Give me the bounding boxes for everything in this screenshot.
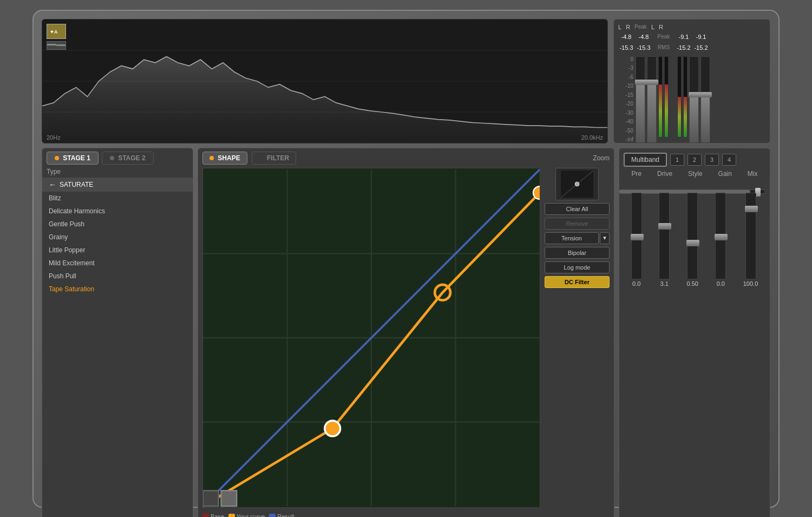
- param-drive-label: Drive: [657, 170, 672, 178]
- param-style-label: Style: [688, 170, 703, 178]
- input-r-label2: R: [659, 24, 663, 30]
- drive-fader: 3.1: [659, 193, 670, 287]
- filter-tab-label: FILTER: [267, 154, 289, 162]
- input-peak-label: Peak: [634, 24, 647, 30]
- type-item-push[interactable]: Push Pull: [42, 270, 193, 283]
- legend-row: Base Your curve Result: [198, 511, 614, 518]
- output-fader-right[interactable]: [700, 56, 710, 143]
- band1-btn[interactable]: 1: [670, 154, 684, 166]
- svg-text:✦A: ✦A: [50, 29, 58, 35]
- mix-value: 100.0: [743, 280, 758, 287]
- drive-value: 3.1: [660, 280, 668, 287]
- stage2-power: [110, 156, 114, 160]
- in-r-rms: -15.3: [636, 44, 652, 51]
- mix-fader-handle[interactable]: [745, 206, 758, 212]
- type-item-gentle[interactable]: Gentle Push: [42, 218, 193, 231]
- type-item-mild[interactable]: Mild Excitement: [42, 257, 193, 270]
- stage-tabs: STAGE 1 STAGE 2: [42, 148, 193, 168]
- band4-btn[interactable]: 4: [722, 154, 736, 166]
- input-level-left: [658, 56, 663, 138]
- filter-tab-power: [259, 156, 263, 160]
- filter-tab[interactable]: FILTER: [252, 152, 296, 165]
- out-l-rms: -15.2: [676, 44, 692, 51]
- input-r-label: R: [626, 24, 630, 30]
- bipolar-btn[interactable]: Bipolar: [545, 247, 610, 259]
- band2-btn[interactable]: 2: [687, 154, 702, 166]
- stage1-tab[interactable]: STAGE 1: [47, 152, 99, 165]
- shape-controls: Clear All Remove Tension ▼ Bipolar Log m…: [545, 168, 610, 508]
- legend-your-curve-color: [228, 514, 235, 518]
- izotope-logo-small: ✦A: [47, 24, 66, 39]
- output-fader-left[interactable]: [689, 56, 699, 143]
- svg-rect-18: [221, 490, 237, 506]
- svg-rect-17: [203, 490, 219, 506]
- legend-result: Result: [269, 513, 294, 518]
- shape-area: Clear All Remove Tension ▼ Bipolar Log m…: [198, 168, 614, 511]
- input-l-label: L: [618, 24, 621, 30]
- param-gain-label: Gain: [718, 170, 732, 178]
- tension-row: Tension ▼: [545, 232, 610, 244]
- legend-result-color: [269, 514, 276, 518]
- style-fader-handle[interactable]: [686, 240, 699, 246]
- meters-panel: L R Peak L R -4.8 -4.8 Peak -9.1 -9.1 -1…: [613, 19, 770, 143]
- param-mix-label: Mix: [748, 170, 758, 178]
- waveform-view-btn[interactable]: [47, 41, 66, 50]
- svg-point-14: [325, 421, 340, 436]
- stage2-tab[interactable]: STAGE 2: [102, 152, 154, 165]
- log-mode-btn[interactable]: Log mode: [545, 261, 610, 273]
- legend-your-curve: Your curve: [228, 513, 265, 518]
- drive-fader-handle[interactable]: [658, 223, 671, 230]
- tension-btn[interactable]: Tension: [545, 232, 599, 244]
- style-fader-track[interactable]: [687, 193, 698, 279]
- out-r-peak: -9.1: [693, 34, 709, 40]
- type-list: ← SATURATE Blitz Delicate Harmonics Gent…: [42, 178, 193, 518]
- current-type-item[interactable]: ← SATURATE: [42, 178, 193, 192]
- legend-base: Base: [202, 513, 224, 518]
- type-item-blitz[interactable]: Blitz: [42, 192, 193, 205]
- param-pre-label: Pre: [631, 170, 641, 178]
- waveform-top-left: ✦A: [47, 24, 66, 50]
- clear-all-btn[interactable]: Clear All: [545, 203, 610, 215]
- left-panel: STAGE 1 STAGE 2 Type ← SATURATE Blitz De…: [42, 148, 193, 518]
- band3-btn[interactable]: 3: [705, 154, 719, 166]
- gain-fader-handle[interactable]: [715, 234, 728, 240]
- param-faders-row: 0.0 3.1 0.50: [624, 181, 765, 289]
- out-r-rms: -15.2: [693, 44, 709, 51]
- shape-tab[interactable]: SHAPE: [202, 152, 247, 165]
- output-level-left: [677, 56, 682, 138]
- input-fader-left[interactable]: [636, 56, 645, 143]
- mix-fader-track[interactable]: [745, 193, 756, 279]
- output-level-right: [683, 56, 687, 138]
- tension-dropdown[interactable]: ▼: [600, 232, 610, 244]
- legend-base-label: Base: [211, 513, 224, 518]
- multiband-btn[interactable]: Multiband: [624, 153, 667, 167]
- drive-fader-track[interactable]: [659, 193, 670, 279]
- type-item-popper[interactable]: Little Popper: [42, 244, 193, 257]
- legend-your-curve-label: Your curve: [237, 513, 265, 518]
- gain-fader-track[interactable]: [715, 193, 726, 279]
- style-fader: 0.50: [687, 193, 698, 287]
- in-l-peak: -4.8: [618, 34, 634, 40]
- dc-filter-btn[interactable]: DC Filter: [545, 276, 610, 288]
- input-fader-right[interactable]: [647, 56, 657, 143]
- remove-btn: Remove: [545, 218, 610, 230]
- type-item-grainy[interactable]: Grainy: [42, 231, 193, 244]
- middle-section: STAGE 1 STAGE 2 Type ← SATURATE Blitz De…: [42, 148, 770, 518]
- zoom-label: Zoom: [593, 154, 610, 162]
- center-top-tabs: SHAPE FILTER Zoom: [198, 148, 614, 168]
- multiband-row: Multiband 1 2 3 4: [624, 153, 765, 167]
- pre-fader-handle[interactable]: [631, 234, 644, 240]
- current-arrow: ←: [49, 180, 56, 189]
- pre-fader-track[interactable]: [631, 193, 642, 279]
- style-value: 0.50: [687, 280, 698, 287]
- type-item-delicate[interactable]: Delicate Harmonics: [42, 205, 193, 218]
- in-r-peak: -4.8: [636, 34, 652, 40]
- input-level-right: [664, 56, 669, 138]
- shape-tab-label: SHAPE: [218, 154, 240, 162]
- shape-graph[interactable]: [202, 168, 540, 508]
- type-item-tape[interactable]: Tape Saturation: [42, 283, 193, 296]
- rms-label: RMS: [653, 44, 675, 51]
- legend-result-label: Result: [277, 513, 294, 518]
- pre-value: 0.0: [632, 280, 640, 287]
- type-section-label: Type: [42, 168, 193, 178]
